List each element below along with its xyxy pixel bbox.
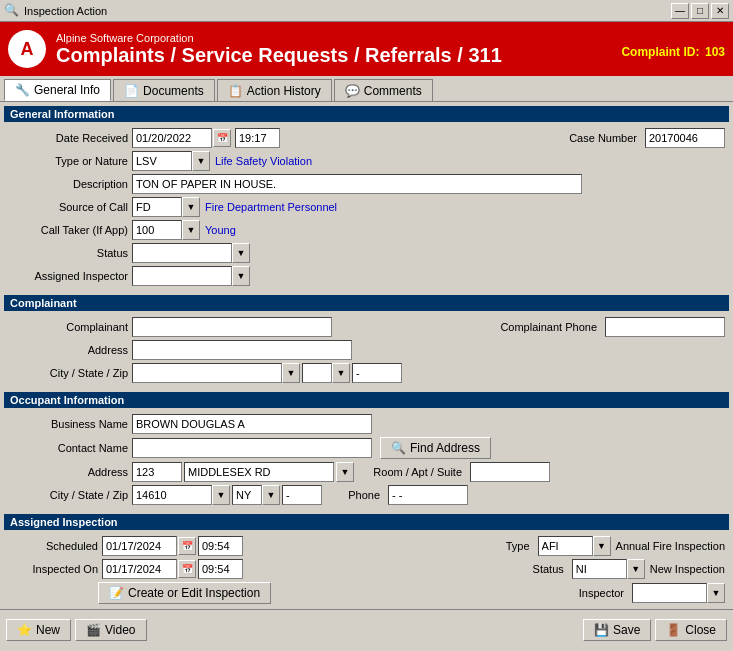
inspected-on-label: Inspected On: [8, 563, 98, 575]
title-bar: 🔍 Inspection Action — □ ✕: [0, 0, 733, 22]
call-taker-row: Call Taker (If App) ▼ Young: [8, 220, 725, 240]
find-address-button[interactable]: 🔍 Find Address: [380, 437, 491, 459]
find-address-icon: 🔍: [391, 441, 406, 455]
complainant-city-dropdown-btn[interactable]: ▼: [282, 363, 300, 383]
create-edit-inspection-button[interactable]: 📝 Create or Edit Inspection: [98, 582, 271, 604]
complainant-section: Complainant Complainant Phone Address Ci…: [4, 314, 729, 389]
occupant-city-field[interactable]: [132, 485, 212, 505]
complainant-phone-input[interactable]: [605, 317, 725, 337]
inspected-date-input[interactable]: [102, 559, 177, 579]
complainant-state-dropdown-btn[interactable]: ▼: [332, 363, 350, 383]
date-received-row: Date Received 📅 Case Number: [8, 128, 725, 148]
complainant-state-dropdown: ▼: [302, 363, 350, 383]
status-dropdown-btn[interactable]: ▼: [232, 243, 250, 263]
description-input[interactable]: [132, 174, 582, 194]
source-desc: Fire Department Personnel: [205, 201, 337, 213]
new-button[interactable]: ⭐ New: [6, 619, 71, 641]
case-number-input[interactable]: [645, 128, 725, 148]
date-received-input[interactable]: [132, 128, 212, 148]
source-field[interactable]: [132, 197, 182, 217]
contact-name-input[interactable]: [132, 438, 372, 458]
minimize-button[interactable]: —: [671, 3, 689, 19]
time-input[interactable]: [235, 128, 280, 148]
inspector-dropdown: ▼: [632, 583, 725, 603]
status-desc: New Inspection: [650, 563, 725, 575]
occupant-state-dropdown-btn[interactable]: ▼: [262, 485, 280, 505]
status-dropdown: ▼: [132, 243, 250, 263]
call-taker-dropdown-btn[interactable]: ▼: [182, 220, 200, 240]
save-button[interactable]: 💾 Save: [583, 619, 651, 641]
complainant-row: Complainant Complainant Phone: [8, 317, 725, 337]
inspector-field[interactable]: [632, 583, 707, 603]
inspection-status-field[interactable]: [572, 559, 627, 579]
date-received-calendar-button[interactable]: 📅: [213, 129, 231, 147]
occupant-phone-label: Phone: [330, 489, 380, 501]
bottom-bar: ⭐ New 🎬 Video 💾 Save 🚪 Close: [0, 609, 733, 649]
type-nature-dropdown: ▼: [132, 151, 210, 171]
close-window-button[interactable]: ✕: [711, 3, 729, 19]
complainant-input[interactable]: [132, 317, 332, 337]
inspected-time-input[interactable]: [198, 559, 243, 579]
complaint-id: Complaint ID: 103: [621, 38, 725, 61]
tab-comments[interactable]: 💬 Comments: [334, 79, 433, 101]
complainant-zip-input[interactable]: [352, 363, 402, 383]
tab-documents[interactable]: 📄 Documents: [113, 79, 215, 101]
assigned-inspector-field[interactable]: [132, 266, 232, 286]
complainant-header: Complainant: [4, 295, 729, 311]
occupant-state-field[interactable]: [232, 485, 262, 505]
occupant-phone-input[interactable]: [388, 485, 468, 505]
video-button[interactable]: 🎬 Video: [75, 619, 146, 641]
occupant-address-label: Address: [8, 466, 128, 478]
occupant-address-num-input[interactable]: [132, 462, 182, 482]
room-input[interactable]: [470, 462, 550, 482]
inspector-label: Inspector: [564, 587, 624, 599]
complainant-state-field[interactable]: [302, 363, 332, 383]
type-nature-field[interactable]: [132, 151, 192, 171]
type-nature-dropdown-btn[interactable]: ▼: [192, 151, 210, 171]
business-name-input[interactable]: [132, 414, 372, 434]
business-name-row: Business Name: [8, 414, 725, 434]
tab-general-info[interactable]: 🔧 General Info: [4, 79, 111, 101]
type-field[interactable]: [538, 536, 593, 556]
general-info-header: General Information: [4, 106, 729, 122]
occupant-address-dropdown-btn[interactable]: ▼: [336, 462, 354, 482]
scheduled-calendar-button[interactable]: 📅: [178, 537, 196, 555]
maximize-button[interactable]: □: [691, 3, 709, 19]
assigned-inspector-dropdown: ▼: [132, 266, 250, 286]
tab-action-history[interactable]: 📋 Action History: [217, 79, 332, 101]
call-taker-field[interactable]: [132, 220, 182, 240]
room-label: Room / Apt / Suite: [362, 466, 462, 478]
occupant-zip-input[interactable]: [282, 485, 322, 505]
general-info-icon: 🔧: [15, 83, 30, 97]
comments-icon: 💬: [345, 84, 360, 98]
type-dropdown: ▼: [538, 536, 611, 556]
occupant-header: Occupant Information: [4, 392, 729, 408]
description-row: Description: [8, 174, 725, 194]
inspected-calendar-button[interactable]: 📅: [178, 560, 196, 578]
scheduled-time-input[interactable]: [198, 536, 243, 556]
inspection-status-label: Status: [524, 563, 564, 575]
close-button[interactable]: 🚪 Close: [655, 619, 727, 641]
inspector-dropdown-btn[interactable]: ▼: [707, 583, 725, 603]
occupant-address-street-input[interactable]: [184, 462, 334, 482]
type-nature-row: Type or Nature ▼ Life Safety Violation: [8, 151, 725, 171]
save-icon: 💾: [594, 623, 609, 637]
complainant-phone-label: Complainant Phone: [477, 321, 597, 333]
scheduled-row: Scheduled 📅 Type ▼ Annual Fire Inspectio…: [8, 536, 725, 556]
scheduled-date-input[interactable]: [102, 536, 177, 556]
close-icon: 🚪: [666, 623, 681, 637]
complainant-address-input[interactable]: [132, 340, 352, 360]
occupant-city-dropdown-btn[interactable]: ▼: [212, 485, 230, 505]
status-field[interactable]: [132, 243, 232, 263]
type-dropdown-btn[interactable]: ▼: [593, 536, 611, 556]
assigned-inspector-label: Assigned Inspector: [8, 270, 128, 282]
complainant-city-field[interactable]: [132, 363, 282, 383]
assigned-inspector-dropdown-btn[interactable]: ▼: [232, 266, 250, 286]
app-icon: 🔍: [4, 3, 20, 19]
occupant-city-label: City / State / Zip: [8, 489, 128, 501]
source-dropdown-btn[interactable]: ▼: [182, 197, 200, 217]
new-icon: ⭐: [17, 623, 32, 637]
description-label: Description: [8, 178, 128, 190]
app-title: Complaints / Service Requests / Referral…: [56, 44, 621, 67]
inspection-status-dropdown-btn[interactable]: ▼: [627, 559, 645, 579]
